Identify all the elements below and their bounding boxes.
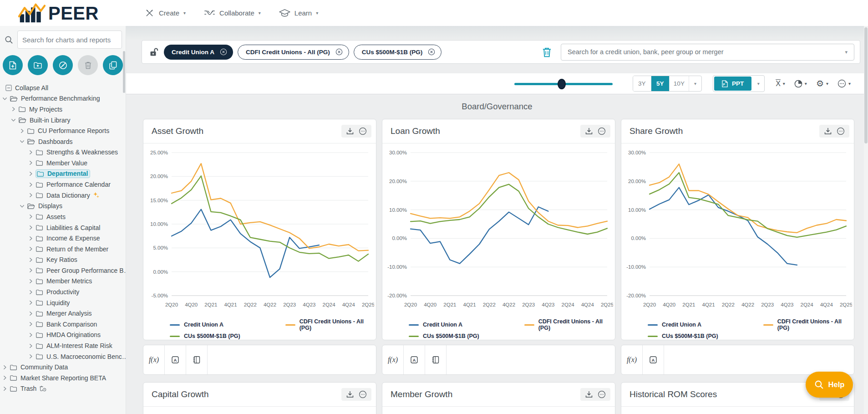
unlock-icon[interactable] (149, 47, 158, 56)
remove-chip-icon[interactable] (220, 48, 227, 56)
legend-item[interactable]: CUs $500M-$1B (PG) (170, 333, 285, 339)
tree-item-return-of-the-member[interactable]: Return of the Member (0, 244, 126, 255)
nav-learn[interactable]: Learn ▾ (279, 9, 318, 18)
help-button[interactable]: Help (806, 372, 853, 398)
tree-item-market-share-reporting-beta[interactable]: Market Share Reporting BETA (0, 373, 126, 383)
legend-item[interactable]: CDFI Credit Unions - All (PG) (524, 318, 615, 331)
tree-item-key-ratios[interactable]: Key Ratios (0, 255, 126, 266)
chevron-right-icon[interactable] (28, 311, 33, 316)
export-options-caret[interactable]: ▾ (752, 76, 764, 92)
chevron-down-icon[interactable] (11, 118, 16, 123)
download-icon[interactable] (345, 390, 355, 399)
tree-item-member-value[interactable]: Member Value (0, 158, 126, 169)
download-icon[interactable] (584, 390, 594, 399)
download-icon[interactable] (584, 127, 594, 135)
entity-search-select[interactable]: Search for a credit union, bank, peer gr… (561, 44, 854, 61)
app-logo[interactable]: PEER (0, 0, 126, 26)
chevron-down-icon[interactable] (20, 204, 25, 209)
tree-item-cu-performance-reports[interactable]: CU Performance Reports (0, 125, 126, 136)
tree-item-alm-interest-rate-risk[interactable]: ALM-Interest Rate Risk (0, 340, 126, 351)
filter-chip[interactable]: CDFI Credit Unions - All (PG) (238, 45, 349, 60)
legend-item[interactable]: Credit Union A (170, 318, 285, 331)
tree-item-bank-comparison[interactable]: Bank Comparison (0, 319, 126, 330)
notes-icon[interactable] (425, 345, 447, 374)
chevron-down-icon[interactable] (20, 139, 25, 144)
tree-item-performance-benchmarking[interactable]: Performance Benchmarking (0, 93, 126, 104)
image-a-icon[interactable]: A (643, 345, 664, 374)
tree-item-performance-calendar[interactable]: Performance Calendar (0, 179, 126, 190)
main-scrollbar-thumb[interactable] (864, 27, 868, 143)
export-ppt-button[interactable]: P PPT (714, 77, 751, 91)
legend-item[interactable]: Credit Union A (648, 318, 763, 331)
tree-item-my-projects[interactable]: My Projects (0, 104, 126, 115)
tree-item-u-s-macroeconomic-benc[interactable]: U.S. Macroeconomic Benc… (0, 351, 126, 362)
clear-filters-trash-icon[interactable] (542, 47, 552, 57)
main-scrollbar[interactable] (864, 26, 868, 414)
chevron-right-icon[interactable] (28, 300, 33, 305)
chevron-right-icon[interactable] (28, 290, 33, 295)
filter-chip[interactable]: Credit Union A (164, 45, 233, 60)
remove-chip-icon[interactable] (335, 48, 343, 56)
tree-item-merger-analysis[interactable]: Merger Analysis (0, 308, 126, 319)
chevron-right-icon[interactable] (28, 332, 33, 337)
chevron-right-icon[interactable] (2, 386, 7, 391)
filter-chip[interactable]: CUs $500M-$1B (PG) (354, 45, 442, 60)
tree-item-assets[interactable]: Assets (0, 211, 126, 222)
tree-collapse-all[interactable]: Collapse All (0, 82, 126, 93)
chevron-right-icon[interactable] (28, 279, 33, 284)
more-options-icon[interactable] (835, 127, 846, 135)
more-options-icon[interactable] (596, 127, 607, 135)
new-dashboard-button[interactable] (53, 55, 73, 75)
download-icon[interactable] (345, 127, 355, 135)
legend-item[interactable]: CUs $500M-$1B (PG) (409, 333, 524, 339)
chevron-down-icon[interactable] (2, 96, 7, 101)
tree-item-trash[interactable]: Trash (0, 383, 126, 394)
legend-item[interactable]: CDFI Credit Unions - All (PG) (763, 318, 854, 331)
range-button-10y[interactable]: 10Y (670, 76, 689, 91)
tree-item-strengths-weaknesses[interactable]: Strengths & Weaknesses (0, 147, 126, 158)
tree-item-member-metrics[interactable]: Member Metrics (0, 276, 126, 287)
tree-item-income-expense[interactable]: Income & Expense (0, 233, 126, 244)
legend-item[interactable]: CUs $500M-$1B (PG) (648, 333, 763, 339)
chevron-right-icon[interactable] (28, 268, 33, 273)
chevron-right-icon[interactable] (28, 354, 33, 359)
notes-icon[interactable] (186, 345, 208, 374)
tree-item-hmda-originations[interactable]: HMDA Originations (0, 330, 126, 341)
formula-icon[interactable]: f(x) (621, 345, 643, 374)
chevron-right-icon[interactable] (28, 343, 33, 348)
sidebar-search-input[interactable] (17, 31, 122, 49)
more-options-icon[interactable] (596, 390, 607, 399)
tree-item-data-dictionary[interactable]: Data Dictionary (0, 190, 126, 201)
tree-item-community-data[interactable]: Community Data (0, 362, 126, 373)
chevron-right-icon[interactable] (28, 150, 33, 155)
chevron-right-icon[interactable] (28, 171, 33, 176)
formula-icon[interactable]: f(x) (382, 345, 404, 374)
tree-item-productivity[interactable]: Productivity (0, 286, 126, 297)
average-toggle[interactable]: X ▾ (776, 80, 785, 87)
settings-menu[interactable]: ⚙ ▾ (816, 79, 828, 88)
chevron-right-icon[interactable] (28, 322, 33, 327)
time-range-slider[interactable] (514, 78, 613, 89)
chevron-right-icon[interactable] (28, 214, 33, 219)
nav-collaborate[interactable]: Collaborate ▾ (204, 9, 261, 17)
sidebar-scrollbar[interactable] (123, 51, 125, 93)
range-button-3y[interactable]: 3Y (633, 76, 651, 91)
more-options-icon[interactable] (357, 390, 368, 399)
chevron-right-icon[interactable] (28, 257, 33, 262)
chevron-right-icon[interactable] (28, 236, 33, 241)
tree-item-dashboards[interactable]: Dashboards (0, 136, 126, 147)
new-folder-button[interactable] (28, 55, 48, 75)
chevron-right-icon[interactable] (28, 225, 33, 230)
tree-item-liabilities-capital[interactable]: Liabilities & Capital (0, 222, 126, 233)
formula-icon[interactable]: f(x) (143, 345, 165, 374)
tree-item-displays[interactable]: Displays (0, 201, 126, 212)
more-options-icon[interactable] (357, 127, 368, 135)
range-options-caret[interactable]: ▾ (689, 76, 701, 91)
chevron-right-icon[interactable] (28, 160, 33, 165)
more-options-menu[interactable]: ▾ (838, 79, 851, 88)
legend-item[interactable]: CDFI Credit Unions - All (PG) (285, 318, 376, 331)
chevron-right-icon[interactable] (2, 375, 7, 380)
tree-item-departmental[interactable]: Departmental (0, 169, 126, 179)
nav-create[interactable]: Create ▾ (144, 8, 186, 18)
legend-item[interactable]: Credit Union A (409, 318, 524, 331)
